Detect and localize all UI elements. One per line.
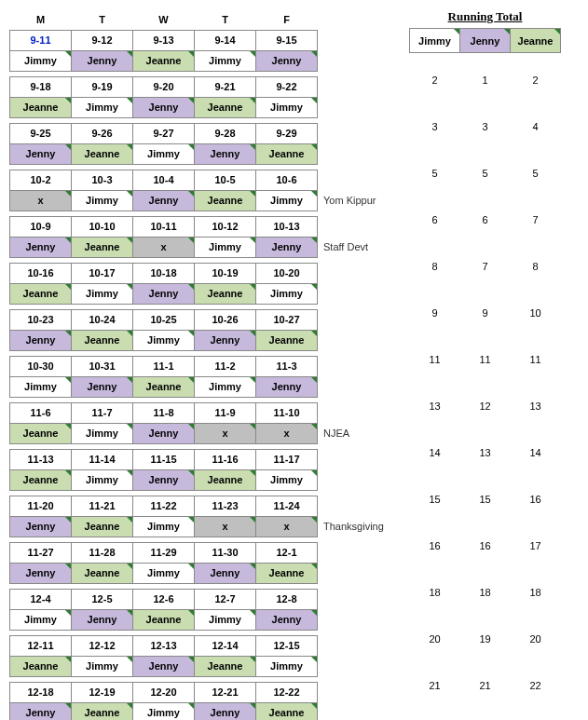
week-note — [321, 469, 405, 490]
name-row: JennyJeanneJimmyJennyJeanne — [10, 563, 318, 583]
running-total-cell: 13 — [511, 396, 561, 416]
date-cell: 9-26 — [72, 123, 133, 143]
date-cell: 10-12 — [195, 216, 256, 237]
week-note — [321, 283, 405, 304]
date-cell: 11-27 — [10, 542, 72, 563]
name-cell: Jenny — [72, 50, 133, 71]
date-cell: 12-6 — [133, 589, 195, 609]
date-cell: 11-24 — [256, 496, 318, 516]
name-cell: Jeanne — [133, 376, 195, 397]
running-total-cell: 2 — [410, 70, 460, 90]
date-cell: 10-26 — [195, 309, 256, 330]
name-row: JeanneJimmyJennyJeanneJimmy — [10, 97, 318, 117]
date-cell: 12-20 — [133, 682, 195, 702]
date-cell: 11-23 — [195, 496, 256, 516]
date-cell: 10-23 — [10, 309, 72, 330]
date-cell: 10-4 — [133, 170, 195, 190]
date-cell: 10-16 — [10, 263, 72, 283]
running-total-cell: 5 — [460, 163, 511, 183]
name-cell: Jeanne — [195, 283, 256, 304]
running-total-cell: 13 — [410, 396, 460, 416]
running-total-row: 334 — [410, 116, 561, 137]
week-note — [321, 563, 405, 583]
running-total-cell: 22 — [511, 675, 561, 696]
date-cell: 11-30 — [195, 542, 256, 563]
name-cell: Jenny — [195, 143, 256, 164]
day-header: F — [256, 9, 318, 30]
week-note — [321, 97, 405, 117]
running-total-cell: 13 — [460, 442, 511, 463]
name-cell: Jimmy — [72, 469, 133, 490]
date-cell: 11-13 — [10, 449, 72, 469]
name-cell: Jimmy — [10, 376, 72, 397]
name-cell: Jimmy — [256, 283, 318, 304]
name-cell: Jimmy — [72, 423, 133, 443]
running-total-row: 181818 — [410, 582, 561, 603]
running-total-cell: 19 — [460, 629, 511, 649]
name-cell: Jeanne — [195, 469, 256, 490]
name-cell: Jeanne — [133, 50, 195, 71]
name-cell: Jimmy — [133, 143, 195, 164]
date-cell: 9-22 — [256, 76, 318, 97]
date-cell: 10-18 — [133, 263, 195, 283]
date-cell: 10-2 — [10, 170, 72, 190]
name-cell: Jeanne — [72, 237, 133, 257]
running-total-row: 201920 — [410, 629, 561, 649]
week-note — [321, 330, 405, 350]
name-cell: Jimmy — [72, 190, 133, 211]
running-total-cell: 11 — [511, 349, 561, 370]
name-cell: Jimmy — [195, 609, 256, 630]
week-note — [321, 143, 405, 164]
name-cell: Jimmy — [195, 237, 256, 257]
running-total-row: 9910 — [410, 303, 561, 323]
date-cell: 10-25 — [133, 309, 195, 330]
name-cell: Jimmy — [10, 50, 72, 71]
name-row: JimmyJennyJeanneJimmyJenny — [10, 376, 318, 397]
date-cell: 11-10 — [256, 402, 318, 423]
date-row: 11-611-711-811-911-10 — [10, 402, 318, 423]
running-total-cell: 1 — [460, 70, 511, 90]
name-row: JeanneJimmyJennyJeanneJimmy — [10, 283, 318, 304]
schedule-table: MTWTF 9-119-129-139-149-15JimmyJennyJean… — [9, 9, 318, 720]
date-cell: 12-11 — [10, 635, 72, 656]
date-cell: 12-18 — [10, 682, 72, 702]
running-total-row: 555 — [410, 163, 561, 183]
name-cell: Jenny — [133, 283, 195, 304]
date-cell: 9-29 — [256, 123, 318, 143]
running-total-cell: 9 — [410, 303, 460, 323]
date-cell: 10-20 — [256, 263, 318, 283]
date-cell: 11-17 — [256, 449, 318, 469]
day-header: W — [133, 9, 195, 30]
week-note — [321, 609, 405, 630]
name-cell: Jenny — [195, 330, 256, 350]
date-cell: 10-9 — [10, 216, 72, 237]
date-cell: 11-6 — [10, 402, 72, 423]
date-row: 10-2310-2410-2510-2610-27 — [10, 309, 318, 330]
name-row: JeanneJimmyJennyJeanneJimmy — [10, 656, 318, 676]
name-cell: x — [195, 423, 256, 443]
name-cell: Jenny — [133, 190, 195, 211]
date-row: 10-210-310-410-510-6 — [10, 170, 318, 190]
running-total-row: 131213 — [410, 396, 561, 416]
name-cell: Jimmy — [133, 702, 195, 720]
notes-column: Yom KippurStaff DevtNJEAThanksgivingWint… — [321, 9, 405, 720]
date-cell: 10-31 — [72, 356, 133, 376]
name-cell: Jeanne — [256, 702, 318, 720]
running-total-cell: 21 — [460, 675, 511, 696]
running-total-cell: 8 — [511, 256, 561, 277]
running-header: Jeanne — [511, 29, 561, 53]
running-total-cell: 2 — [511, 70, 561, 90]
name-row: JimmyJennyJeanneJimmyJenny — [10, 609, 318, 630]
name-cell: Jimmy — [72, 656, 133, 676]
running-total-cell: 18 — [511, 582, 561, 603]
name-cell: Jimmy — [256, 190, 318, 211]
name-row: JimmyJennyJeanneJimmyJenny — [10, 50, 318, 71]
running-total-cell: 7 — [460, 256, 511, 277]
date-row: 9-189-199-209-219-22 — [10, 76, 318, 97]
date-cell: 10-11 — [133, 216, 195, 237]
name-cell: Jeanne — [10, 423, 72, 443]
running-total-cell: 18 — [460, 582, 511, 603]
name-cell: Jimmy — [256, 656, 318, 676]
week-note: Staff Devt — [321, 237, 405, 257]
running-total-cell: 11 — [410, 349, 460, 370]
